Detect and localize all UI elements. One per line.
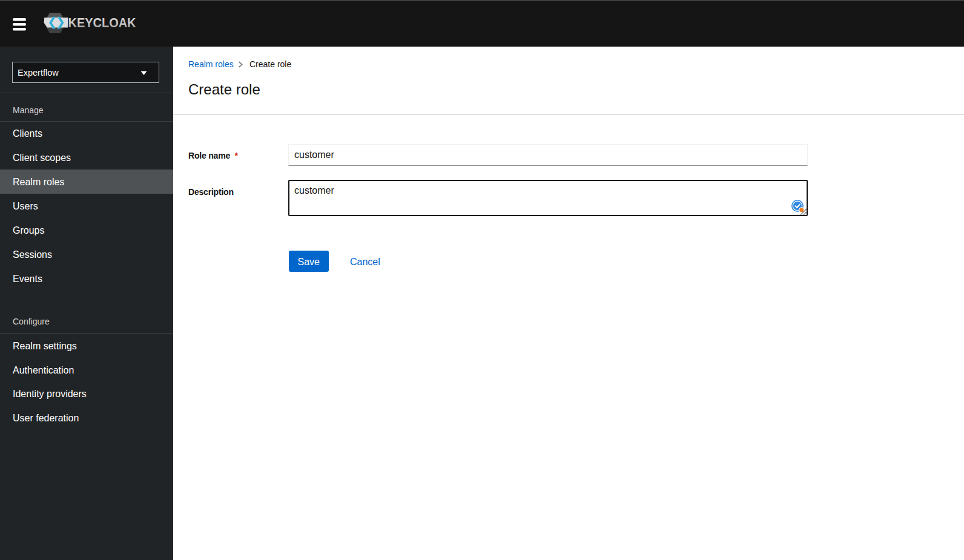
svg-text:KEYCLOAK: KEYCLOAK <box>68 15 137 30</box>
